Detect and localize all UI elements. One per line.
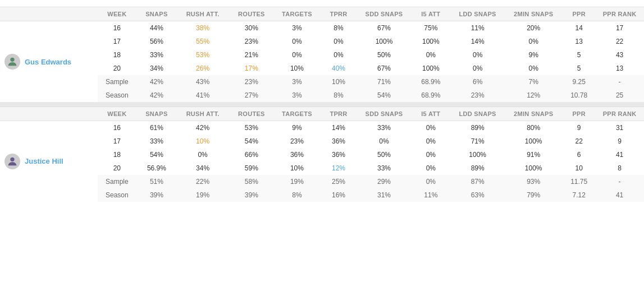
player-name[interactable]: Gus Edwards [25,58,71,66]
snaps-cell: 56.9% [136,161,177,175]
targets-cell: 0% [274,35,319,48]
tprr-cell: 16% [319,188,357,202]
targets-cell: 8% [274,188,319,202]
rush-cell: 0% [177,148,229,161]
game-data-col-header [98,0,644,7]
col-header-8: LDD SNAPS [451,107,504,121]
ppr-cell: 10 [563,161,595,175]
section-header-row: WEEKSNAPSRUSH ATT.ROUTESTARGETSTPRRSDD S… [0,7,644,21]
week-cell: 18 [98,48,136,62]
col-header-11: PPR RANK [595,107,644,121]
week-cell: Season [98,89,136,102]
sdd-cell: 0% [358,135,411,148]
ppr-cell: 9 [563,121,595,135]
ldd-cell: 0% [451,48,504,62]
sdd-cell: 33% [358,121,411,135]
pprrank-cell: 31 [595,121,644,135]
twomin-cell: 9% [504,48,563,62]
twomin-cell: 91% [504,148,563,161]
tprr-cell: 10% [319,75,357,89]
week-cell: 17 [98,35,136,48]
avatar [4,154,20,169]
avatar [4,54,20,70]
twomin-cell: 80% [504,121,563,135]
ldd-cell: 6% [451,75,504,89]
routes-cell: 23% [229,35,274,48]
week-cell: 18 [98,148,136,161]
col-header-10: PPR [563,7,595,21]
rush-cell: 38% [177,21,229,35]
snaps-cell: 44% [136,21,177,35]
twomin-cell: 79% [504,188,563,202]
i5-cell: 100% [410,62,451,75]
routes-cell: 58% [229,175,274,188]
col-header-10: PPR [563,107,595,121]
ppr-cell: 5 [563,62,595,75]
col-header-7: I5 ATT [410,107,451,121]
ldd-cell: 0% [451,62,504,75]
routes-cell: 39% [229,188,274,202]
rush-cell: 41% [177,89,229,102]
rush-cell: 42% [177,121,229,135]
sdd-cell: 67% [358,62,411,75]
player-name[interactable]: Justice Hill [25,157,63,165]
week-cell: Season [98,188,136,202]
player-cell: Justice Hill [0,121,98,202]
col-header-4: TARGETS [274,7,319,21]
svg-point-0 [10,58,14,62]
ppr-cell: 10.78 [563,89,595,102]
snaps-cell: 42% [136,89,177,102]
routes-cell: 66% [229,148,274,161]
ldd-cell: 89% [451,121,504,135]
ppr-cell: 13 [563,35,595,48]
tprr-cell: 36% [319,135,357,148]
ldd-cell: 87% [451,175,504,188]
pprrank-cell: 43 [595,48,644,62]
col-header-2: RUSH ATT. [177,107,229,121]
tprr-cell: 40% [319,62,357,75]
tprr-cell: 12% [319,161,357,175]
col-header-1: SNAPS [136,107,177,121]
ldd-cell: 63% [451,188,504,202]
ldd-cell: 23% [451,89,504,102]
tprr-cell: 0% [319,35,357,48]
targets-cell: 36% [274,148,319,161]
week-cell: Sample [98,175,136,188]
week-cell: 16 [98,21,136,35]
ppr-cell: 6 [563,148,595,161]
twomin-cell: 7% [504,75,563,89]
routes-cell: 53% [229,121,274,135]
rush-cell: 19% [177,188,229,202]
i5-cell: 68.9% [410,89,451,102]
twomin-cell: 0% [504,35,563,48]
col-header-7: I5 ATT [410,7,451,21]
main-container: WEEKSNAPSRUSH ATT.ROUTESTARGETSTPRRSDD S… [0,0,644,202]
twomin-cell: 12% [504,89,563,102]
twomin-cell: 100% [504,135,563,148]
ldd-cell: 100% [451,148,504,161]
ppr-cell: 9.25 [563,75,595,89]
rush-cell: 53% [177,48,229,62]
week-cell: Sample [98,75,136,89]
player-col-header [0,0,98,7]
tprr-cell: 25% [319,175,357,188]
snaps-cell: 56% [136,35,177,48]
routes-cell: 59% [229,161,274,175]
twomin-cell: 20% [504,21,563,35]
ppr-cell: 7.12 [563,188,595,202]
sdd-cell: 54% [358,89,411,102]
routes-cell: 30% [229,21,274,35]
ldd-cell: 89% [451,161,504,175]
targets-cell: 10% [274,161,319,175]
col-header-0: WEEK [98,107,136,121]
player-info: Justice Hill [4,154,95,169]
tprr-cell: 0% [319,48,357,62]
week-cell: 17 [98,135,136,148]
ppr-cell: 5 [563,48,595,62]
sdd-cell: 50% [358,148,411,161]
twomin-cell: 93% [504,175,563,188]
targets-cell: 3% [274,89,319,102]
rush-cell: 22% [177,175,229,188]
table-row: Justice Hill 1661%42%53%9%14%33%0%89%80%… [0,121,644,135]
routes-cell: 23% [229,75,274,89]
